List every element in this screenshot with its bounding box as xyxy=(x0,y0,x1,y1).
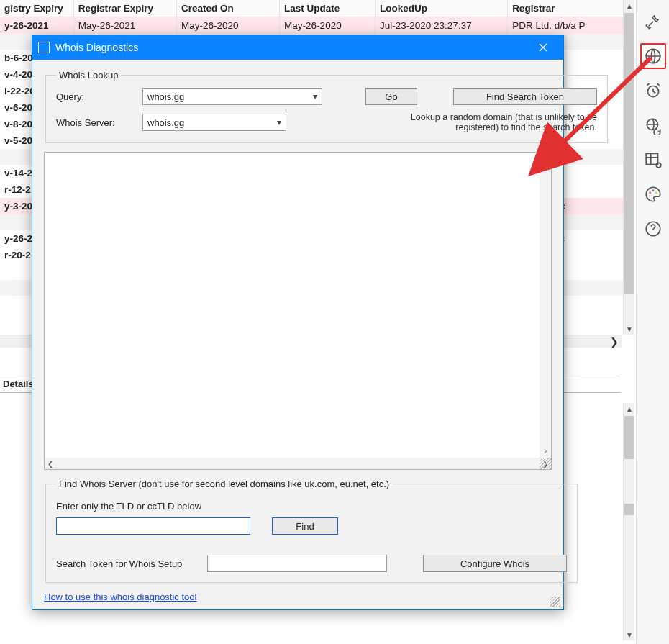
help-icon[interactable] xyxy=(640,216,666,242)
details-tab-label: Details xyxy=(3,378,34,389)
find-whois-server-legend: Find Whois Server (don't use for second … xyxy=(56,479,392,489)
resize-grip-icon[interactable] xyxy=(540,458,551,469)
help-link[interactable]: How to use this whois diagnostic tool xyxy=(44,591,552,602)
chevron-down-icon: ▾ xyxy=(277,117,281,127)
query-combobox[interactable]: whois.gg ▾ xyxy=(142,88,322,105)
table-cell: PDR Ltd. d/b/a P xyxy=(508,17,633,35)
result-horizontal-scrollbar[interactable]: ❮ ❯ xyxy=(45,458,551,469)
globe-refresh-icon[interactable] xyxy=(640,112,666,138)
svg-point-8 xyxy=(655,192,657,194)
go-button[interactable]: Go xyxy=(365,88,417,105)
scroll-thumb[interactable] xyxy=(624,13,634,294)
svg-rect-4 xyxy=(646,153,657,164)
find-button[interactable]: Find xyxy=(272,517,338,535)
whois-server-label: Whois Server: xyxy=(56,117,135,128)
scroll-up-icon[interactable]: ▲ xyxy=(624,0,635,12)
whois-globe-icon[interactable] xyxy=(640,43,666,69)
close-button[interactable] xyxy=(529,37,558,58)
scroll-down-icon[interactable]: ˅ xyxy=(544,450,547,458)
chevron-down-icon: ▾ xyxy=(313,91,317,101)
details-vertical-scrollbar[interactable]: ▲ ▼ xyxy=(623,403,634,640)
table-cell: May-26-2020 xyxy=(176,17,279,35)
whois-lookup-legend: Whois Lookup xyxy=(56,70,121,81)
column-header[interactable]: gistry Expiry xyxy=(0,0,73,17)
lookup-result-textarea[interactable]: ˄ ˅ ❮ ❯ xyxy=(44,152,552,470)
column-header[interactable]: Created On xyxy=(176,0,279,17)
column-header[interactable]: Registrar xyxy=(508,0,633,17)
find-search-token-button[interactable]: Find Search Token xyxy=(453,88,597,105)
whois-diagnostics-dialog: Whois Diagnostics Whois Lookup Query: wh… xyxy=(32,35,564,610)
dialog-resize-grip-icon[interactable] xyxy=(550,597,560,607)
column-header[interactable]: Last Update xyxy=(280,0,376,17)
whois-server-value: whois.gg xyxy=(147,117,184,128)
search-token-input[interactable] xyxy=(207,555,387,572)
table-cell: y-26-2021 xyxy=(0,17,73,35)
svg-point-6 xyxy=(649,192,651,194)
whois-lookup-group: Whois Lookup Query: whois.gg ▾ Go Find S… xyxy=(45,70,608,143)
search-token-hint: Lookup a random domain (that is unlikely… xyxy=(293,112,597,132)
tools-icon[interactable] xyxy=(640,9,666,35)
column-header[interactable]: LookedUp xyxy=(376,0,508,17)
table-cell: May-26-2021 xyxy=(73,17,176,35)
tld-prompt: Enter only the TLD or ccTLD below xyxy=(56,501,567,512)
dialog-titlebar[interactable]: Whois Diagnostics xyxy=(32,35,563,60)
dialog-app-icon xyxy=(38,42,50,53)
query-value: whois.gg xyxy=(147,91,184,102)
right-icon-toolbar xyxy=(636,0,669,644)
table-vertical-scrollbar[interactable]: ▲ ▼ xyxy=(623,0,634,335)
find-whois-server-group: Find Whois Server (don't use for second … xyxy=(45,479,578,583)
scroll-mark xyxy=(624,504,634,515)
palette-icon[interactable] xyxy=(640,181,666,207)
svg-point-5 xyxy=(656,163,661,168)
alarm-clock-icon[interactable] xyxy=(640,78,666,104)
whois-server-combobox[interactable]: whois.gg ▾ xyxy=(142,114,286,131)
query-label: Query: xyxy=(56,91,135,102)
scroll-up-icon[interactable]: ▲ xyxy=(624,403,635,414)
svg-point-7 xyxy=(652,189,654,191)
scroll-down-icon[interactable]: ▼ xyxy=(624,323,635,335)
scroll-left-icon[interactable]: ❮ xyxy=(45,460,56,468)
scroll-right-icon[interactable]: ❯ xyxy=(610,336,622,348)
table-settings-icon[interactable] xyxy=(640,147,666,173)
scroll-thumb[interactable] xyxy=(624,416,634,459)
tld-input[interactable] xyxy=(56,517,250,535)
column-header[interactable]: Registrar Expiry xyxy=(73,0,176,17)
scroll-down-icon[interactable]: ▼ xyxy=(624,629,635,640)
table-row[interactable]: y-26-2021May-26-2021May-26-2020May-26-20… xyxy=(0,17,633,35)
table-cell: Jul-23-2020 23:27:37 xyxy=(376,17,508,35)
search-token-label: Search Token for Whois Setup xyxy=(56,558,200,569)
configure-whois-button[interactable]: Configure Whois xyxy=(423,555,567,572)
scroll-up-icon[interactable]: ˄ xyxy=(544,153,547,160)
result-vertical-scrollbar[interactable]: ˄ ˅ xyxy=(540,153,551,458)
table-cell: May-26-2020 xyxy=(280,17,376,35)
dialog-title-text: Whois Diagnostics xyxy=(55,42,138,53)
